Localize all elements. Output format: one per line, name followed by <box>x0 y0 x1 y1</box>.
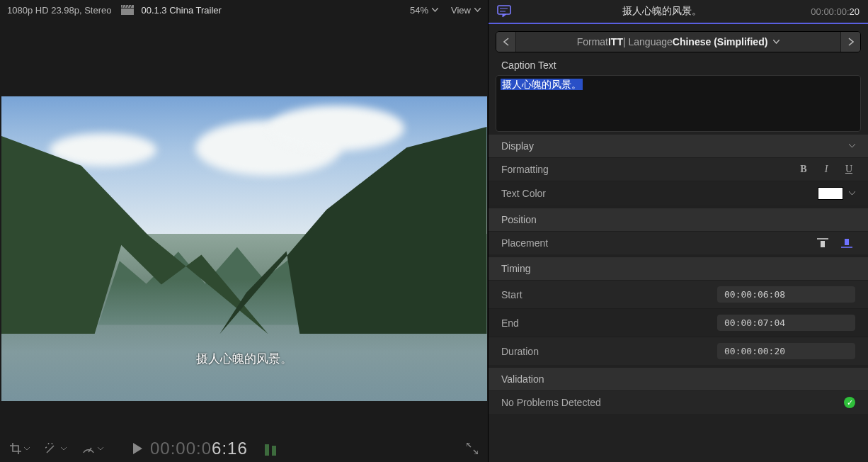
bold-button[interactable]: B <box>797 164 810 175</box>
chevron-down-icon <box>24 447 30 451</box>
format-language-dropdown[interactable]: Format ITT | Language Chinese (Simplifie… <box>516 32 840 52</box>
retime-tool[interactable] <box>82 443 103 454</box>
text-color-row: Text Color <box>489 181 868 205</box>
prev-caption-button[interactable] <box>496 32 516 52</box>
validation-message: No Problems Detected <box>501 397 601 408</box>
crop-tool[interactable] <box>10 443 30 454</box>
checkmark-icon: ✓ <box>844 397 855 408</box>
svg-rect-12 <box>821 241 825 247</box>
end-time-row: End 00:00:07:04 <box>489 308 868 337</box>
placement-top-button[interactable] <box>817 238 831 248</box>
svg-rect-0 <box>121 9 134 15</box>
text-color-swatch[interactable] <box>818 187 843 200</box>
chevron-down-icon[interactable] <box>849 191 855 196</box>
duration-row: Duration 00:00:00:20 <box>489 337 868 365</box>
inspector-duration: 00:00:00:20 <box>811 6 860 17</box>
end-time-field[interactable]: 00:00:07:04 <box>717 315 855 331</box>
audio-meters[interactable] <box>265 441 276 456</box>
placement-bottom-button[interactable] <box>841 238 855 248</box>
viewer-toolbar: 00:00:06:16 <box>0 435 488 462</box>
formatting-row: Formatting B I U <box>489 157 868 181</box>
underline-button[interactable]: U <box>843 164 855 175</box>
expand-icon <box>467 443 478 454</box>
zoom-value: 54% <box>410 5 428 16</box>
clapperboard-icon <box>121 5 134 15</box>
playhead-timecode[interactable]: 00:00:06:16 <box>150 439 248 458</box>
play-icon <box>133 443 143 454</box>
zoom-dropdown[interactable]: 54% <box>410 5 438 16</box>
chevron-down-icon <box>61 447 67 451</box>
start-time-row: Start 00:00:06:08 <box>489 280 868 308</box>
inspector-title: 摄人心魄的风景。 <box>513 5 811 18</box>
svg-rect-8 <box>498 6 510 14</box>
caption-text-label: Caption Text <box>489 52 868 75</box>
viewer-canvas[interactable]: 摄人心魄的风景。 <box>0 20 488 435</box>
chevron-down-icon <box>474 8 481 12</box>
viewer-header: 1080p HD 23.98p, Stereo 00.1.3 China Tra… <box>0 0 488 20</box>
align-top-icon <box>817 238 828 248</box>
align-bottom-icon <box>841 238 852 248</box>
svg-marker-7 <box>133 443 142 454</box>
timing-section-header[interactable]: Timing <box>489 257 868 280</box>
viewer-panel: 1080p HD 23.98p, Stereo 00.1.3 China Tra… <box>0 0 489 462</box>
position-section-header[interactable]: Position <box>489 208 868 231</box>
chevron-left-icon <box>503 38 509 46</box>
validation-section-header[interactable]: Validation <box>489 368 868 390</box>
chevron-right-icon <box>848 38 854 46</box>
caption-text-input[interactable]: 摄人心魄的风景。 <box>496 75 861 132</box>
view-dropdown[interactable]: View <box>451 5 481 16</box>
chevron-down-icon <box>849 144 855 148</box>
format-language-bar: Format ITT | Language Chinese (Simplifie… <box>496 31 861 52</box>
speedometer-icon <box>82 443 95 454</box>
clip-name-label: 00.1.3 China Trailer <box>141 5 221 16</box>
caption-tab-icon[interactable] <box>497 5 513 18</box>
caption-text-value: 摄人心魄的风景。 <box>501 79 583 90</box>
svg-rect-14 <box>845 239 849 245</box>
wand-icon <box>45 443 58 454</box>
display-section-header[interactable]: Display <box>489 135 868 157</box>
chevron-down-icon <box>773 40 780 44</box>
chevron-down-icon <box>98 447 103 451</box>
caption-inspector: 摄人心魄的风景。 00:00:00:20 Format ITT | Langua… <box>489 0 868 462</box>
next-caption-button[interactable] <box>840 32 860 52</box>
duration-field[interactable]: 00:00:00:20 <box>717 343 855 359</box>
video-spec-label: 1080p HD 23.98p, Stereo <box>7 5 111 16</box>
play-button[interactable] <box>133 443 143 454</box>
caption-overlay: 摄人心魄的风景。 <box>1 351 487 367</box>
video-frame: 摄人心魄的风景。 <box>1 96 487 401</box>
validation-status-row: No Problems Detected ✓ <box>489 390 868 414</box>
view-label: View <box>451 5 471 16</box>
inspector-header: 摄人心魄的风景。 00:00:00:20 <box>489 0 868 24</box>
fullscreen-button[interactable] <box>467 443 478 454</box>
crop-icon <box>10 443 21 454</box>
placement-row: Placement <box>489 231 868 254</box>
chevron-down-icon <box>432 8 438 12</box>
enhance-tool[interactable] <box>45 443 67 454</box>
start-time-field[interactable]: 00:00:06:08 <box>717 286 855 303</box>
italic-button[interactable]: I <box>820 164 833 175</box>
